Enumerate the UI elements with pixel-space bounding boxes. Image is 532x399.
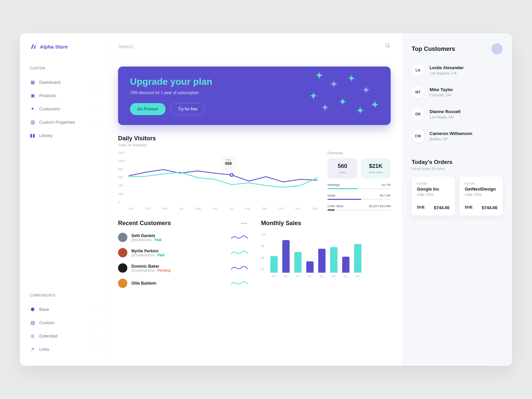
customer-name: Ollie Baldwin [131,281,227,286]
sidebar-item-custom[interactable]: ▨Custom› [20,316,106,329]
sidebar-item-links[interactable]: ↗Links› [20,342,106,356]
customer-initials: LA [412,64,424,76]
customer-initials: CW [412,130,424,142]
order-name: GetNextDesign [465,187,497,192]
customer-name: Dianne Russell [430,109,461,114]
logo[interactable]: Alpha Store [20,43,106,60]
chevron-right-icon: › [95,334,96,338]
order-amount: $744.00 [482,205,497,210]
top-customer-row[interactable]: LA Leslie Alexander Los Angeles, CA [412,64,503,76]
recent-customers-title: Recent Customers [118,220,171,227]
customer-row[interactable]: Dominic Baker @myrtleperkins Pending [118,263,248,273]
overview-panel: Overview 560 Deals $21K Order Value Meet… [328,151,391,210]
base-icon: ⬢ [30,307,35,312]
customer-name: Mike Taylor [430,87,453,92]
order-id: #17335 [465,182,497,185]
customer-handle: @sethdaniels Paid [131,238,227,242]
daily-visitors-subtitle: Today vs Yesterday [118,143,391,147]
extended-icon: ◎ [30,333,35,338]
svg-point-0 [386,44,389,47]
customer-handle: @myrtleperkins Pending [131,269,227,272]
chevron-right-icon: › [95,120,96,124]
customer-name: Leslie Alexander [430,65,464,70]
order-date: 4 Apr, 2021 [417,193,450,197]
custom-icon: ▨ [30,320,35,325]
chevron-right-icon: › [95,321,96,325]
links-icon: ↗ [30,346,35,352]
progress-row: Meetings24 / 50 [328,183,391,187]
customer-row[interactable]: Ollie Baldwin [118,279,248,288]
sidebar: Alpha Store CUSTOM ▦Dashboard› ▣Products… [20,33,106,366]
customer-name: Seth Daniels [131,233,227,238]
customer-avatar [118,279,127,288]
top-customers-title: Top Customers [412,46,455,53]
nav-components: COMPONENTS ⬢Base› ▨Custom› ◎Extended› ↗L… [20,294,106,356]
svg-point-2 [230,174,233,176]
customer-avatar [118,263,127,273]
order-id: #17335 [417,182,450,185]
app-window: Alpha Store CUSTOM ▦Dashboard› ▣Products… [20,33,512,366]
hero-banner: Upgrade your plan 70% discount for 1 yea… [118,66,391,125]
user-avatar[interactable] [491,43,503,55]
sparkline [231,249,248,256]
sparkline [231,234,248,241]
sidebar-item-products[interactable]: ▣Products› [20,89,106,102]
search-icon[interactable] [385,43,391,50]
order-amount: $744.00 [434,205,450,210]
chevron-right-icon: › [95,107,96,111]
chart-tooltip: mes 659 [222,156,235,168]
top-customer-row[interactable]: CW Cameron Williamson Buffalo, NY [412,130,503,142]
customer-avatar [118,248,127,257]
order-card[interactable]: #17335 Google Inc 4 Apr, 2021 DUE $744.0… [412,177,455,215]
chevron-right-icon: › [95,94,96,97]
top-customer-row[interactable]: MT Mike Taylor Cinceniti, OH [412,86,503,98]
recent-customers: Recent Customers ••• Seth Daniels @sethd… [118,220,248,288]
sidebar-item-extended[interactable]: ◎Extended› [20,329,106,342]
go-premium-button[interactable]: Go Primium [130,103,166,115]
stat-order-value: $21K Order Value [361,158,391,179]
bar [342,257,349,273]
nav-custom: CUSTOM ▦Dashboard› ▣Products› ✦Customers… [20,66,106,142]
bar [354,244,361,273]
more-icon[interactable]: ••• [241,221,248,226]
customer-name: Dominic Baker [131,264,227,269]
sidebar-item-base[interactable]: ⬢Base› [20,303,106,316]
overview-label: Overview [328,151,391,155]
products-icon: ▣ [30,93,35,98]
visitors-chart: 120010008006004003000 mes 659 JanFebMarA… [118,151,318,210]
search-input[interactable] [118,44,309,49]
customer-initials: DR [412,108,424,120]
customer-location: Los Angeles, CA [430,71,464,75]
todays-orders-title: Today's Orders [412,159,503,166]
order-name: Google Inc [417,187,450,192]
sidebar-item-dashboard[interactable]: ▦Dashboard› [20,75,106,89]
progress-row: Deals80 / 150 [328,194,391,197]
order-date: 4 Apr, 2021 [465,193,497,197]
chevron-right-icon: › [95,80,96,84]
customer-row[interactable]: Seth Daniels @sethdaniels Paid [118,233,248,242]
nav-heading-components: COMPONENTS [20,294,106,303]
customer-name: Myrtle Perkins [131,249,227,253]
top-customer-row[interactable]: DR Dianne Russell Las Vegas, NV [412,108,503,120]
chevron-right-icon: › [95,308,96,311]
svg-line-1 [389,47,390,48]
rightbar: Top Customers LA Leslie Alexander Los An… [402,33,512,366]
customer-initials: MT [412,86,424,98]
nav-heading-custom: CUSTOM [20,66,106,75]
customer-row[interactable]: Myrtle Perkins @myrtleperkins Paid [118,248,248,257]
daily-visitors-title: Daily Visitors [118,135,391,142]
customer-handle: @myrtleperkins Paid [131,253,227,257]
order-card[interactable]: #17335 GetNextDesign 4 Apr, 2021 DUE $74… [460,177,503,215]
sidebar-item-library[interactable]: ▮▮Library [20,129,106,142]
sidebar-item-custom-properties[interactable]: ▥Custom Properties› [20,115,106,129]
customer-location: Cinceniti, OH [430,93,453,97]
bar [282,240,290,273]
dashboard-icon: ▦ [30,79,35,85]
sparkline [231,265,248,271]
monthly-sales-title: Monthly Sales [261,220,391,227]
logo-icon [30,43,37,50]
monthly-sales: Monthly Sales 10k6k4k0k AprAprAprAprAprA… [261,220,391,288]
try-free-button[interactable]: Try for free [170,103,205,115]
sidebar-item-customers[interactable]: ✦Customers› [20,102,106,115]
search-bar [118,43,391,58]
